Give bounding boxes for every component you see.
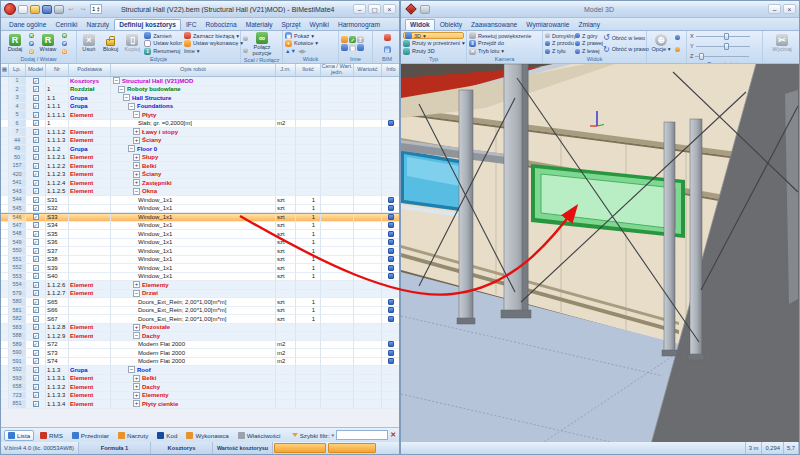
table-row[interactable]: 544✓S31Window_1x1szt1: [1, 196, 399, 205]
front-view-button[interactable]: Z przodu: [545, 40, 573, 47]
row-checkbox[interactable]: ✓: [33, 282, 39, 288]
add-r-icon[interactable]: R: [29, 33, 34, 38]
info-icon[interactable]: [388, 299, 394, 305]
column-header-5[interactable]: Opis robót: [111, 64, 276, 76]
row-checkbox[interactable]: ✓: [33, 358, 39, 364]
insert-button[interactable]: R Wstaw: [36, 32, 60, 55]
bottom-tab-lista[interactable]: Lista: [4, 430, 34, 441]
info-icon[interactable]: [388, 239, 394, 245]
replace-button[interactable]: Zamień: [144, 32, 182, 39]
model3d-qa-icon[interactable]: [420, 5, 430, 14]
copy-button[interactable]: ▯ Kopiuj: [123, 32, 143, 55]
row-checkbox[interactable]: ✓: [33, 248, 39, 254]
tree-expander-icon[interactable]: −: [128, 145, 135, 152]
row-checkbox[interactable]: ✓: [33, 171, 39, 177]
flight-mode-button[interactable]: ✕Tryb lotu ▾: [469, 48, 540, 55]
column-header-4[interactable]: Podstawa: [69, 64, 111, 76]
table-row[interactable]: 7✓1.1.1.2Element+Ławy i stopy: [1, 128, 399, 137]
options-button[interactable]: ⊕ Opcje ▾: [649, 32, 673, 55]
row-checkbox[interactable]: ✓: [33, 392, 39, 398]
show-button[interactable]: ▦Pokaż ▾: [285, 32, 336, 39]
table-row[interactable]: 582✓S67Doors_Ext_Rein; 2,00*1,00[m*m]szt…: [1, 315, 399, 324]
table-row[interactable]: 6✓1Slab; gr. =0,2000[m]m2: [1, 120, 399, 129]
row-checkbox[interactable]: ✓: [33, 239, 39, 245]
table-row[interactable]: 851✓1.1.3.4Element+Płyty cienkie: [1, 400, 399, 409]
row-checkbox[interactable]: ✓: [33, 231, 39, 237]
info-icon[interactable]: [388, 273, 394, 279]
row-checkbox[interactable]: ✓: [33, 137, 39, 143]
row-checkbox[interactable]: ✓: [33, 120, 39, 126]
table-row[interactable]: 549✓S36Window_1x1szt1: [1, 239, 399, 248]
row-checkbox[interactable]: ✓: [33, 95, 39, 101]
views-in-space-button[interactable]: Rzuty w przestrzeni ▾: [403, 40, 464, 47]
table-row[interactable]: 554✓1.1.2.6Element+Elementy: [1, 281, 399, 290]
tab-left-10[interactable]: Harmonogram: [334, 20, 384, 30]
row-checkbox[interactable]: ✓: [33, 188, 39, 194]
renumber-button[interactable]: 1Renumeruj: [144, 48, 182, 55]
row-checkbox[interactable]: ✓: [33, 375, 39, 381]
tab-left-8[interactable]: Sprzęt: [277, 20, 304, 30]
level-spinner[interactable]: 1 ▲▼: [90, 4, 102, 14]
info-icon[interactable]: [388, 231, 394, 237]
set-contractor-button[interactable]: Ustaw wykonawcę ▾: [184, 40, 238, 47]
row-checkbox[interactable]: ✓: [33, 316, 39, 322]
info-icon[interactable]: [388, 120, 394, 126]
table-row[interactable]: 589✓S72Modern Flat 2000m2: [1, 341, 399, 350]
tab-right-3[interactable]: Zaawansowane: [467, 20, 521, 30]
split-icon[interactable]: [243, 48, 248, 53]
bim-model-icon[interactable]: [384, 34, 391, 41]
info-icon[interactable]: [388, 222, 394, 228]
delete-button[interactable]: × Usuń: [79, 32, 99, 55]
add-button[interactable]: R Dodaj: [3, 32, 27, 55]
export-icon[interactable]: [357, 44, 364, 51]
tree-expander-icon[interactable]: −: [133, 332, 140, 339]
row-checkbox[interactable]: ✓: [33, 129, 39, 135]
new-file-icon[interactable]: [18, 5, 28, 14]
table-row[interactable]: 541✓1.1.2.4Element+Zastępniki: [1, 179, 399, 188]
opt-flag-icon[interactable]: [675, 35, 680, 40]
row-checkbox[interactable]: ✓: [33, 384, 39, 390]
insert-u-icon[interactable]: U: [62, 49, 67, 54]
row-checkbox[interactable]: ✓: [33, 265, 39, 271]
table-row[interactable]: 4✓1.1.1Grupa−Foundations: [1, 103, 399, 112]
anchors-button[interactable]: +Kotwice ▾: [285, 40, 336, 47]
table-row[interactable]: 581✓S66Doors_Ext_Rein; 2,00*1,00[m*m]szt…: [1, 307, 399, 316]
tab-left-7[interactable]: Materiały: [242, 20, 277, 30]
check-icon[interactable]: ✓: [349, 36, 356, 43]
add-p-icon[interactable]: P: [29, 41, 34, 46]
table-row[interactable]: 551✓S38Window_1x1szt1: [1, 256, 399, 265]
insert-r-icon[interactable]: R: [62, 33, 67, 38]
spread-slider-z[interactable]: Z: [690, 52, 759, 60]
merge-icon[interactable]: [243, 36, 248, 41]
insert-p-icon[interactable]: P: [62, 41, 67, 46]
tree-expander-icon[interactable]: +: [133, 171, 140, 178]
bottom-tab-narzuty[interactable]: Narzuty: [115, 430, 151, 441]
table-row[interactable]: 580✓S65Doors_Ext_Rein; 2,00*1,00[m*m]szt…: [1, 298, 399, 307]
table-row[interactable]: 44✓1.1.1.3Element+Ściany: [1, 137, 399, 146]
table-row[interactable]: 49✓1.1.2Grupa−Floor 0: [1, 145, 399, 154]
table-row[interactable]: 583✓1.1.2.8Element+Pozostałe: [1, 324, 399, 333]
grid-icon[interactable]: ▦: [349, 44, 356, 51]
mark-current-button[interactable]: Zaznacz bieżącą ▾: [184, 32, 238, 39]
right-view-button[interactable]: Z prawej: [575, 40, 601, 47]
calc-icon[interactable]: [341, 44, 348, 51]
tree-expander-icon[interactable]: +: [133, 324, 140, 331]
model3d-minimize-button[interactable]: –: [768, 4, 781, 14]
table-row[interactable]: 3✓1.1Grupa−Hall Structure: [1, 94, 399, 103]
views-3d-button[interactable]: Rzuty 3D: [403, 48, 464, 55]
column-header-8[interactable]: Cena / Wart. jedn.: [321, 64, 354, 76]
link-positions-button[interactable]: ∞ Połącz pozycje: [250, 32, 274, 56]
bottom-tab-wykonawca[interactable]: Wykonawca: [183, 430, 231, 441]
slider-handle[interactable]: [724, 33, 729, 40]
bottom-tab-kod[interactable]: Kod: [154, 430, 180, 441]
opt-folder-icon[interactable]: [675, 47, 680, 52]
model3d-close-button[interactable]: ×: [783, 4, 796, 14]
table-row[interactable]: 579✓1.1.2.7Element−Drzwi: [1, 290, 399, 299]
table-row[interactable]: 552✓S39Window_1x1szt1: [1, 264, 399, 273]
tree-expander-icon[interactable]: −: [133, 290, 140, 297]
tab-left-6[interactable]: Robocizna: [202, 20, 241, 30]
info-icon[interactable]: [388, 265, 394, 271]
tree-expander-icon[interactable]: −: [128, 366, 135, 373]
info-icon[interactable]: [388, 205, 394, 211]
tab-left-3[interactable]: Narzuty: [82, 20, 113, 30]
